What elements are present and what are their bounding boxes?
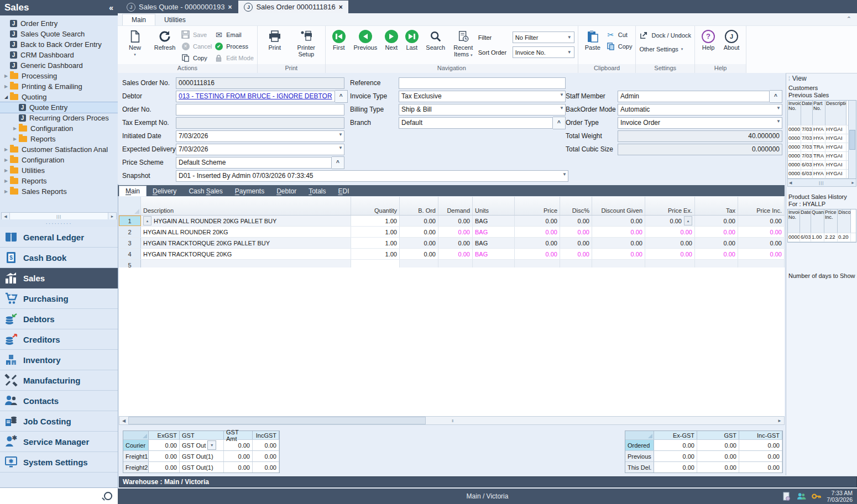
grid-cell[interactable]: 0.00 [400, 249, 438, 259]
incgst-cell[interactable]: 0.00 [253, 462, 279, 473]
grid-cell[interactable]: 0.00 [515, 249, 560, 259]
module-item-contacts[interactable]: Contacts [0, 391, 118, 411]
clipboard-copy-button[interactable]: Copy [606, 41, 633, 51]
grid-cell[interactable]: 0.00 [438, 227, 473, 237]
grid-cell[interactable]: 0.00 [592, 216, 645, 226]
lookup-button[interactable]: ^ [332, 156, 344, 169]
search-button[interactable]: Search [423, 28, 448, 51]
tab-cash-sales[interactable]: Cash Sales [182, 186, 228, 196]
module-item-debtors[interactable]: Debtors [0, 309, 118, 329]
grid-cell[interactable]: 0.00 [560, 216, 592, 226]
row-header[interactable]: Courier [123, 440, 149, 450]
next-button[interactable]: Next [382, 28, 401, 51]
save-button[interactable]: Save [181, 30, 212, 39]
chevron-down-icon[interactable]: ▼ [776, 119, 781, 124]
scroll-left-icon[interactable]: ◀ [789, 181, 792, 185]
tab-delivery[interactable]: Delivery [147, 186, 182, 196]
gst-amt-cell[interactable]: 0.00 [224, 451, 253, 461]
module-item-system-settings[interactable]: ✱System Settings [0, 452, 118, 473]
help-button[interactable]: ? Help [698, 28, 718, 51]
totals-cell[interactable]: 0.00 [654, 440, 697, 450]
grid-cell[interactable]: 0.00 [515, 216, 560, 226]
mini-cell[interactable]: 7/03 [801, 125, 813, 134]
total-weight-field[interactable]: 40.000000 [618, 130, 782, 142]
grid-cell[interactable]: 0.00 [738, 216, 785, 226]
sidebar-item-quote-entry[interactable]: JQuote Entry [0, 102, 118, 113]
row-header[interactable]: Freight1 [123, 451, 149, 461]
mini-cell[interactable]: 7/03 [801, 134, 813, 143]
sidebar-item-crm-dashboard[interactable]: JCRM Dashboard [0, 50, 118, 60]
tree-expander-icon[interactable]: ▶ [2, 147, 10, 152]
tree-expander-icon[interactable]: ▶ [2, 84, 10, 89]
scroll-right-icon[interactable]: ► [108, 214, 116, 218]
search-icon[interactable] [104, 492, 112, 500]
module-item-general-ledger[interactable]: General Ledger [0, 227, 118, 248]
module-item-purchasing[interactable]: Purchasing [0, 288, 118, 309]
grid-cell[interactable]: 0.00 [438, 216, 473, 226]
last-button[interactable]: Last [403, 28, 421, 51]
new-button[interactable]: New ▾ [121, 28, 149, 58]
mini-cell[interactable]: HYA [813, 125, 825, 134]
sort-order-select[interactable]: Invoice No. ▼ [513, 46, 574, 58]
sales-order-no--field[interactable]: 0000111816 [176, 77, 344, 89]
sidebar-item-utilities[interactable]: ▶Utilities [0, 165, 118, 176]
totals-cell[interactable]: 0.00 [739, 451, 782, 461]
ribbon-tab-main[interactable]: Main [122, 14, 155, 25]
window-tab-inactive[interactable]: JSales Quote - 0000000193× [121, 1, 237, 13]
sidebar-item-back-to-back-order-entry[interactable]: JBack to Back Order Entry [0, 39, 118, 50]
sidebar-item-configuration[interactable]: ▶Configuration [0, 123, 118, 134]
mini-cell[interactable]: 2.22 [824, 233, 838, 242]
grid-cell[interactable]: 0.00 [695, 227, 738, 237]
mini-cell[interactable]: TRA [813, 143, 825, 151]
chevron-down-icon[interactable]: ▼ [560, 106, 564, 111]
row-header[interactable]: This Del. [625, 462, 654, 473]
grid-cell[interactable]: BAG [473, 249, 515, 259]
grid-cell[interactable]: ▲HYGAIN ALL ROUNDER 20KG PALLET BUY [141, 216, 351, 226]
billing-type-field[interactable]: Ship & Bill▼ [399, 104, 566, 116]
sidebar-item-processing[interactable]: ▶Processing [0, 71, 118, 81]
print-button[interactable]: Print [261, 28, 289, 51]
module-item-inventory[interactable]: Inventory [0, 350, 118, 370]
column-header-price[interactable]: Price [515, 197, 560, 215]
mini-cell[interactable]: 1.00 [811, 233, 824, 242]
grid-cell[interactable]: 0.00 [738, 238, 785, 248]
sidebar-item-sales-quote-search[interactable]: JSales Quote Search [0, 29, 118, 39]
initiated-date-field[interactable]: 7/03/2026▼ [176, 130, 344, 142]
grid-cell[interactable]: 0.00 [515, 227, 560, 237]
chevron-down-icon[interactable]: ▼ [338, 132, 343, 137]
sidebar-item-reports[interactable]: ▶Reports [0, 134, 118, 144]
reference-field[interactable] [399, 77, 566, 89]
mini-cell[interactable]: HYGAI [825, 125, 846, 134]
snapshot-field[interactable]: D01 - Inserted By Admin 07/03/2026 07:33… [176, 170, 568, 182]
mini-cell[interactable]: 0000 [788, 134, 801, 143]
grid-cell[interactable]: 0.00 [592, 227, 645, 237]
tree-expander-icon[interactable]: ▶ [2, 74, 10, 78]
mini-cell[interactable]: HYGAI [825, 152, 846, 160]
totals-cell[interactable]: 0.00 [654, 462, 697, 473]
grid-hscrollbar[interactable]: ◀ ‖ ► [119, 416, 785, 425]
tree-expander-icon[interactable]: ▶ [2, 179, 10, 183]
sidebar-splitter[interactable]: ········· [0, 219, 118, 227]
totals-cell[interactable]: 0.00 [697, 440, 739, 450]
grid-cell[interactable]: 0.00 [592, 249, 645, 259]
mini-cell[interactable]: HYGAI [825, 161, 846, 169]
column-header-units[interactable]: Units [473, 197, 515, 215]
other-settings-button[interactable]: Other Settings ▾ [639, 44, 691, 54]
sidebar-item-recurring-orders-proces[interactable]: JRecurring Orders Proces [0, 113, 118, 123]
grid-cell[interactable]: BAG [473, 238, 515, 248]
recent-items-button[interactable]: Recent Items ▾ [451, 28, 476, 59]
first-button[interactable]: First [329, 28, 349, 51]
mini-cell[interactable]: HYGAI [825, 143, 846, 151]
mini-cell[interactable]: HYGAI [825, 134, 846, 143]
mini-cell[interactable]: 6/03 [801, 170, 813, 178]
exgst-cell[interactable]: 0.00 [149, 440, 180, 450]
totals-cell[interactable]: 0.00 [739, 440, 782, 450]
module-item-creditors[interactable]: Creditors [0, 329, 118, 350]
debtor-link[interactable]: 013 - TESTING FROM BRUCE - IGNORE DEBTOR [179, 92, 332, 100]
email-button[interactable]: ✉ Email [214, 30, 254, 39]
mini-cell[interactable]: HYA [813, 134, 825, 143]
scroll-left-icon[interactable]: ◀ [2, 214, 9, 219]
module-item-cash-book[interactable]: $Cash Book [0, 248, 118, 268]
totals-cell[interactable]: 0.00 [739, 462, 782, 473]
filter-select[interactable]: No Filter ▼ [513, 32, 574, 43]
